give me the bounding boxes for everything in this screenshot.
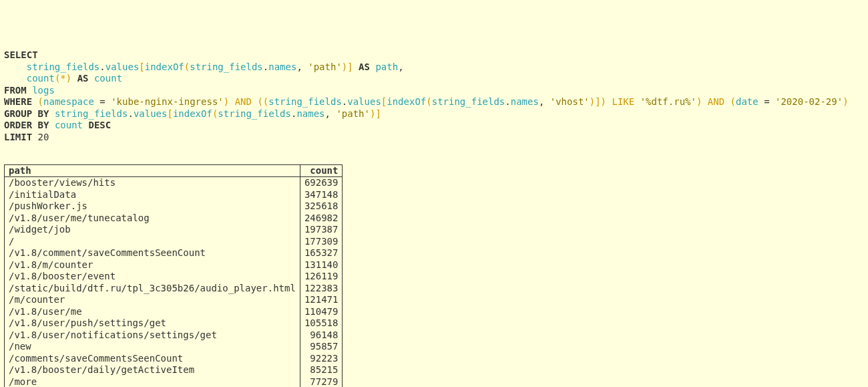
cell-path: /v1.8/user/me/tunecatalog (5, 213, 300, 225)
cell-count: 165327 (300, 247, 343, 259)
cell-path: /v1.8/m/counter (5, 259, 300, 271)
table-row: /initialData347148 (5, 189, 343, 201)
cell-path: /comments/saveCommentsSeenCount (5, 353, 300, 365)
sql-query: SELECT string_fields.values[indexOf(stri… (4, 49, 864, 143)
table-row: /widget/job197387 (5, 224, 343, 236)
cell-count: 177309 (300, 236, 343, 248)
cell-path: /v1.8/booster/event (5, 271, 300, 283)
col-header-path: path (5, 164, 300, 177)
table-row: /new95857 (5, 341, 343, 353)
cell-path: /pushWorker.js (5, 201, 300, 213)
cell-count: 85215 (300, 364, 343, 376)
cell-count: 77279 (300, 376, 343, 388)
kw-from: FROM (4, 85, 27, 96)
table-row: /v1.8/booster/daily/getActiveItem85215 (5, 364, 343, 376)
cell-count: 197387 (300, 224, 343, 236)
cell-path: /v1.8/comment/saveCommentsSeenCount (5, 247, 300, 259)
alias-count: count (94, 73, 122, 84)
str-vhost: 'vhost' (550, 96, 590, 107)
cell-path: /m/counter (5, 294, 300, 306)
col-header-count: count (300, 164, 343, 177)
cell-path: /v1.8/user/notifications/settings/get (5, 330, 300, 342)
cell-count: 246982 (300, 213, 343, 225)
result-table: path count /booster/views/hits692639/ini… (4, 164, 343, 388)
table-row: /comments/saveCommentsSeenCount92223 (5, 353, 343, 365)
cell-count: 692639 (300, 177, 343, 189)
id-string-fields: string_fields (27, 61, 100, 72)
id-logs: logs (32, 85, 55, 96)
id-namespace: namespace (43, 96, 94, 107)
cell-count: 122383 (300, 283, 343, 295)
fn-indexof: indexOf (145, 61, 184, 72)
id-date: date (736, 96, 758, 107)
cell-path: / (5, 236, 300, 248)
cell-count: 126119 (300, 271, 343, 283)
kw-where: WHERE (4, 96, 32, 107)
table-row: /v1.8/user/me110479 (5, 306, 343, 318)
str-like: '%dtf.ru%' (640, 96, 696, 107)
table-row: /v1.8/booster/event126119 (5, 271, 343, 283)
limit-n: 20 (38, 132, 49, 142)
cell-path: /widget/job (5, 224, 300, 236)
cell-path: /v1.8/user/push/settings/get (5, 317, 300, 330)
table-row: /more77279 (5, 376, 343, 388)
str-date: '2020-02-29' (775, 96, 843, 107)
cell-count: 95857 (300, 341, 343, 353)
alias-path: path (375, 61, 398, 72)
kw-orderby: ORDER BY (4, 120, 49, 130)
table-row: /v1.8/user/push/settings/get105518 (5, 317, 343, 330)
cell-count: 121471 (300, 294, 343, 306)
cell-count: 347148 (300, 189, 343, 201)
kw-limit: LIMIT (4, 132, 32, 142)
cell-path: /v1.8/booster/daily/getActiveItem (5, 364, 300, 376)
table-row: /v1.8/user/notifications/settings/get961… (5, 330, 343, 342)
cell-count: 325618 (300, 201, 343, 213)
table-row: /pushWorker.js325618 (5, 201, 343, 213)
id-values: values (105, 61, 140, 72)
table-row: /static/build/dtf.ru/tpl_3c305b26/audio_… (5, 283, 343, 295)
kw-select: SELECT (4, 49, 38, 60)
cell-path: /booster/views/hits (5, 177, 300, 189)
cell-path: /initialData (5, 189, 300, 201)
cell-path: /new (5, 341, 300, 353)
cell-path: /more (5, 376, 300, 388)
table-row: /booster/views/hits692639 (5, 177, 343, 189)
kw-groupby: GROUP BY (4, 108, 49, 119)
str-path: 'path' (308, 61, 342, 72)
cell-count: 92223 (300, 353, 343, 365)
table-row: /m/counter121471 (5, 294, 343, 306)
table-row: /v1.8/m/counter131140 (5, 259, 343, 271)
cell-count: 96148 (300, 330, 343, 342)
cell-count: 105518 (300, 317, 343, 330)
cell-path: /v1.8/user/me (5, 306, 300, 318)
op-and: AND (235, 96, 252, 107)
table-row: /177309 (5, 236, 343, 248)
table-row: /v1.8/comment/saveCommentsSeenCount16532… (5, 247, 343, 259)
fn-count: count (27, 73, 55, 84)
op-like: LIKE (612, 96, 635, 107)
cell-count: 110479 (300, 306, 343, 318)
cell-path: /static/build/dtf.ru/tpl_3c305b26/audio_… (5, 283, 300, 295)
table-row: /v1.8/user/me/tunecatalog246982 (5, 213, 343, 225)
str-namespace: 'kube-nginx-ingress' (111, 96, 224, 107)
cell-count: 131140 (300, 259, 343, 271)
